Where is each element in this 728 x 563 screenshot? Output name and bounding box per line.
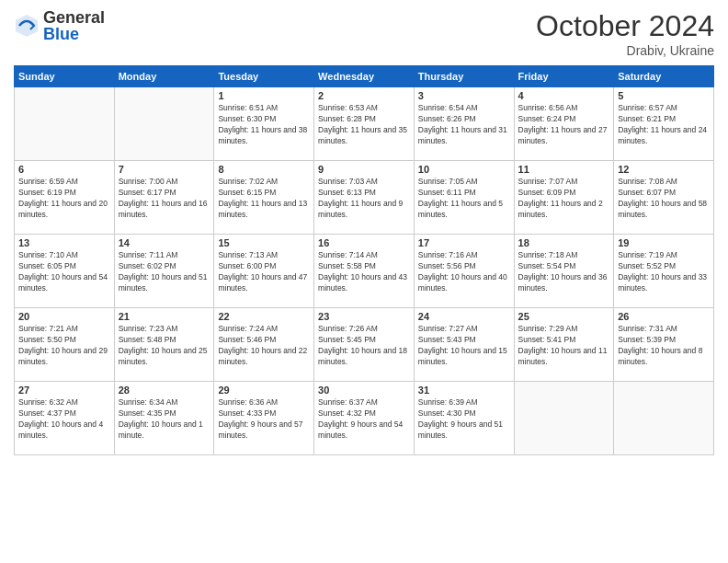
day-info: Sunrise: 7:14 AM Sunset: 5:58 PM Dayligh… — [318, 250, 410, 294]
day-number: 12 — [618, 164, 710, 175]
day-info: Sunrise: 7:16 AM Sunset: 5:56 PM Dayligh… — [418, 250, 510, 294]
day-number: 22 — [218, 311, 310, 322]
day-info: Sunrise: 6:39 AM Sunset: 4:30 PM Dayligh… — [418, 397, 510, 442]
calendar-cell: 27Sunrise: 6:32 AM Sunset: 4:37 PM Dayli… — [15, 382, 115, 455]
weekday-header-tuesday: Tuesday — [214, 66, 314, 87]
day-number: 30 — [318, 385, 410, 396]
day-info: Sunrise: 6:37 AM Sunset: 4:32 PM Dayligh… — [318, 397, 410, 442]
logo: General Blue — [14, 9, 105, 42]
calendar-cell: 9Sunrise: 7:03 AM Sunset: 6:13 PM Daylig… — [314, 161, 415, 235]
logo-text: General Blue — [43, 9, 105, 42]
day-number: 31 — [418, 385, 510, 396]
day-info: Sunrise: 6:56 AM Sunset: 6:24 PM Dayligh… — [518, 103, 610, 147]
weekday-header-row: SundayMondayTuesdayWednesdayThursdayFrid… — [15, 66, 714, 87]
calendar-cell — [514, 382, 614, 455]
calendar-cell: 12Sunrise: 7:08 AM Sunset: 6:07 PM Dayli… — [614, 161, 714, 235]
day-number: 26 — [618, 311, 710, 322]
month-title: October 2024 — [536, 9, 714, 43]
calendar-cell: 28Sunrise: 6:34 AM Sunset: 4:35 PM Dayli… — [114, 382, 214, 455]
calendar-cell: 10Sunrise: 7:05 AM Sunset: 6:11 PM Dayli… — [414, 161, 514, 235]
day-info: Sunrise: 7:27 AM Sunset: 5:43 PM Dayligh… — [418, 324, 510, 368]
calendar-cell — [114, 87, 214, 161]
calendar-cell: 11Sunrise: 7:07 AM Sunset: 6:09 PM Dayli… — [514, 161, 614, 235]
day-number: 21 — [119, 311, 210, 322]
calendar-page: General Blue October 2024 Drabiv, Ukrain… — [0, 0, 728, 563]
calendar-cell: 22Sunrise: 7:24 AM Sunset: 5:46 PM Dayli… — [214, 308, 314, 382]
day-info: Sunrise: 6:34 AM Sunset: 4:35 PM Dayligh… — [119, 397, 210, 442]
day-info: Sunrise: 7:03 AM Sunset: 6:13 PM Dayligh… — [318, 177, 410, 221]
day-number: 13 — [18, 237, 110, 248]
day-number: 4 — [518, 90, 610, 101]
calendar-week-2: 6Sunrise: 6:59 AM Sunset: 6:19 PM Daylig… — [15, 161, 714, 235]
day-info: Sunrise: 6:54 AM Sunset: 6:26 PM Dayligh… — [418, 103, 510, 147]
header: General Blue October 2024 Drabiv, Ukrain… — [14, 9, 714, 58]
day-info: Sunrise: 7:08 AM Sunset: 6:07 PM Dayligh… — [618, 177, 710, 221]
calendar-cell: 1Sunrise: 6:51 AM Sunset: 6:30 PM Daylig… — [214, 87, 314, 161]
calendar-cell: 5Sunrise: 6:57 AM Sunset: 6:21 PM Daylig… — [614, 87, 714, 161]
day-info: Sunrise: 7:02 AM Sunset: 6:15 PM Dayligh… — [218, 177, 310, 221]
title-area: October 2024 Drabiv, Ukraine — [536, 9, 714, 58]
day-number: 18 — [518, 237, 610, 248]
calendar-week-4: 20Sunrise: 7:21 AM Sunset: 5:50 PM Dayli… — [15, 308, 714, 382]
calendar-cell: 30Sunrise: 6:37 AM Sunset: 4:32 PM Dayli… — [314, 382, 415, 455]
day-info: Sunrise: 7:23 AM Sunset: 5:48 PM Dayligh… — [119, 324, 210, 368]
day-number: 2 — [318, 90, 410, 101]
day-number: 23 — [318, 311, 410, 322]
calendar-cell: 17Sunrise: 7:16 AM Sunset: 5:56 PM Dayli… — [414, 235, 514, 308]
calendar-cell: 29Sunrise: 6:36 AM Sunset: 4:33 PM Dayli… — [214, 382, 314, 455]
day-number: 20 — [18, 311, 110, 322]
calendar-cell: 20Sunrise: 7:21 AM Sunset: 5:50 PM Dayli… — [15, 308, 115, 382]
calendar-cell: 4Sunrise: 6:56 AM Sunset: 6:24 PM Daylig… — [514, 87, 614, 161]
calendar-cell: 25Sunrise: 7:29 AM Sunset: 5:41 PM Dayli… — [514, 308, 614, 382]
calendar-cell: 16Sunrise: 7:14 AM Sunset: 5:58 PM Dayli… — [314, 235, 415, 308]
calendar-cell: 3Sunrise: 6:54 AM Sunset: 6:26 PM Daylig… — [414, 87, 514, 161]
day-info: Sunrise: 7:19 AM Sunset: 5:52 PM Dayligh… — [618, 250, 710, 294]
day-info: Sunrise: 6:57 AM Sunset: 6:21 PM Dayligh… — [618, 103, 710, 147]
day-number: 17 — [418, 237, 510, 248]
day-info: Sunrise: 6:32 AM Sunset: 4:37 PM Dayligh… — [18, 397, 110, 442]
day-info: Sunrise: 7:00 AM Sunset: 6:17 PM Dayligh… — [119, 177, 210, 221]
calendar-cell: 26Sunrise: 7:31 AM Sunset: 5:39 PM Dayli… — [614, 308, 714, 382]
day-number: 19 — [618, 237, 710, 248]
calendar-cell: 2Sunrise: 6:53 AM Sunset: 6:28 PM Daylig… — [314, 87, 415, 161]
day-number: 27 — [18, 385, 110, 396]
weekday-header-saturday: Saturday — [614, 66, 714, 87]
weekday-header-sunday: Sunday — [15, 66, 115, 87]
location: Drabiv, Ukraine — [536, 43, 714, 58]
day-info: Sunrise: 7:13 AM Sunset: 6:00 PM Dayligh… — [218, 250, 310, 294]
weekday-header-friday: Friday — [514, 66, 614, 87]
weekday-header-thursday: Thursday — [414, 66, 514, 87]
day-number: 9 — [318, 164, 410, 175]
day-number: 10 — [418, 164, 510, 175]
calendar-cell: 31Sunrise: 6:39 AM Sunset: 4:30 PM Dayli… — [414, 382, 514, 455]
calendar-cell: 8Sunrise: 7:02 AM Sunset: 6:15 PM Daylig… — [214, 161, 314, 235]
calendar-week-3: 13Sunrise: 7:10 AM Sunset: 6:05 PM Dayli… — [15, 235, 714, 308]
day-number: 8 — [218, 164, 310, 175]
day-number: 1 — [218, 90, 310, 101]
calendar-cell: 15Sunrise: 7:13 AM Sunset: 6:00 PM Dayli… — [214, 235, 314, 308]
calendar-cell — [15, 87, 115, 161]
day-number: 6 — [18, 164, 110, 175]
calendar-cell: 24Sunrise: 7:27 AM Sunset: 5:43 PM Dayli… — [414, 308, 514, 382]
calendar-cell: 7Sunrise: 7:00 AM Sunset: 6:17 PM Daylig… — [114, 161, 214, 235]
day-number: 29 — [218, 385, 310, 396]
day-info: Sunrise: 7:07 AM Sunset: 6:09 PM Dayligh… — [518, 177, 610, 221]
calendar-cell: 21Sunrise: 7:23 AM Sunset: 5:48 PM Dayli… — [114, 308, 214, 382]
day-number: 11 — [518, 164, 610, 175]
calendar-cell: 6Sunrise: 6:59 AM Sunset: 6:19 PM Daylig… — [15, 161, 115, 235]
day-number: 7 — [119, 164, 210, 175]
calendar-table: SundayMondayTuesdayWednesdayThursdayFrid… — [14, 65, 714, 455]
calendar-cell: 18Sunrise: 7:18 AM Sunset: 5:54 PM Dayli… — [514, 235, 614, 308]
calendar-cell: 14Sunrise: 7:11 AM Sunset: 6:02 PM Dayli… — [114, 235, 214, 308]
day-info: Sunrise: 7:18 AM Sunset: 5:54 PM Dayligh… — [518, 250, 610, 294]
day-number: 28 — [119, 385, 210, 396]
day-info: Sunrise: 7:29 AM Sunset: 5:41 PM Dayligh… — [518, 324, 610, 368]
day-info: Sunrise: 7:05 AM Sunset: 6:11 PM Dayligh… — [418, 177, 510, 221]
day-info: Sunrise: 7:24 AM Sunset: 5:46 PM Dayligh… — [218, 324, 310, 368]
day-number: 15 — [218, 237, 310, 248]
day-info: Sunrise: 6:59 AM Sunset: 6:19 PM Dayligh… — [18, 177, 110, 221]
logo-general: General — [43, 9, 105, 26]
day-info: Sunrise: 7:31 AM Sunset: 5:39 PM Dayligh… — [618, 324, 710, 368]
day-number: 14 — [119, 237, 210, 248]
weekday-header-wednesday: Wednesday — [314, 66, 415, 87]
